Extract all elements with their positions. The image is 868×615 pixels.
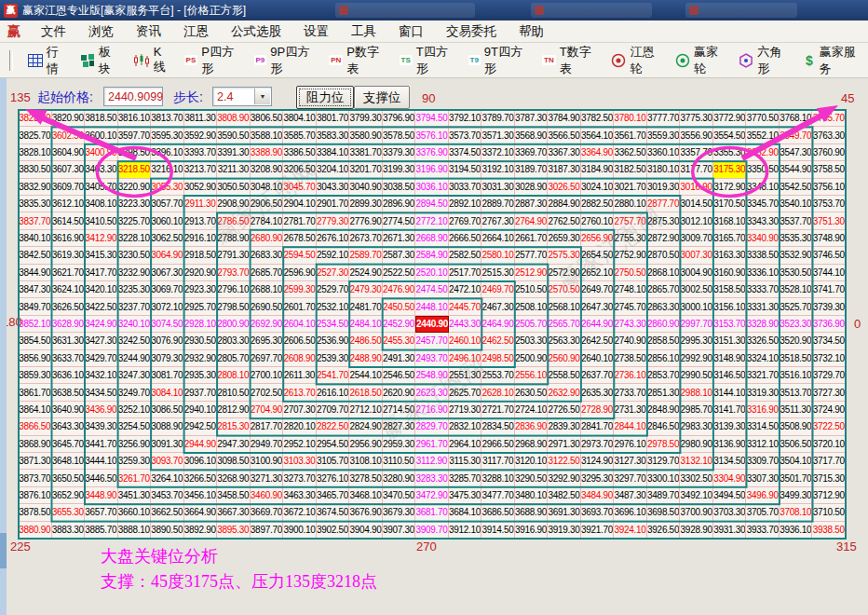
menu-item-3[interactable]: 江恩 (172, 23, 220, 40)
toolbar-item-7[interactable]: T99T四方形 (461, 44, 536, 77)
price-cell: 2601.70 (283, 298, 317, 315)
price-cell: 2500.90 (515, 350, 549, 367)
price-cell: 2786.50 (217, 212, 251, 229)
price-cell: 3168.10 (713, 212, 747, 229)
menu-item-8[interactable]: 交易委托 (435, 23, 508, 40)
menu-item-1[interactable]: 浏览 (77, 23, 125, 40)
price-cell: 3571.30 (481, 127, 515, 144)
price-cell: 3556.90 (680, 127, 713, 144)
price-cell: 3830.50 (19, 161, 52, 178)
toolbar-item-5[interactable]: PNP数字表 (321, 44, 391, 77)
price-cell: 2820.10 (283, 418, 317, 435)
price-cell: 3787.30 (515, 110, 549, 127)
price-cell: 3585.70 (283, 127, 317, 144)
menu-item-2[interactable]: 资讯 (125, 23, 172, 40)
price-cell: 3482.50 (548, 487, 581, 504)
price-cell: 3184.90 (581, 161, 615, 178)
price-cell: 2721.70 (481, 402, 515, 418)
price-cell: 3844.90 (19, 265, 52, 281)
menu-item-7[interactable]: 窗口 (387, 23, 435, 40)
price-cell: 2656.90 (581, 230, 615, 247)
toolbar-item-8[interactable]: TNT数字表 (535, 44, 604, 77)
price-cell: 2805.70 (217, 350, 251, 367)
price-cell: 3648.10 (52, 453, 86, 470)
price-cell: 3756.10 (812, 179, 846, 196)
price-cell: 2443.30 (449, 316, 482, 333)
price-square-grid: 3823.303820.903818.503816.103813.703811.… (19, 110, 846, 539)
step-combobox[interactable]: 2.4 ▼ (212, 87, 272, 106)
price-cell: 3890.50 (151, 522, 184, 539)
price-cell: 2659.30 (548, 230, 581, 247)
price-cell: 2872.90 (647, 230, 681, 247)
price-cell: 3228.10 (118, 230, 152, 247)
price-cell: 2997.70 (680, 316, 713, 333)
left-scrollbar[interactable] (0, 78, 7, 615)
price-cell: 3278.50 (349, 470, 383, 486)
price-cell: 3775.30 (680, 110, 713, 127)
toolbar-item-1[interactable]: 板块 (74, 44, 126, 77)
toolbar-item-9[interactable]: 江恩轮 (604, 44, 667, 77)
menu-item-0[interactable]: 文件 (30, 23, 77, 40)
price-cell: 3355.30 (713, 144, 747, 161)
price-cell: 3331.30 (746, 298, 780, 315)
price-cell: 3000.10 (680, 298, 713, 315)
title-bar: 赢 赢家江恩专业版[赢家服务平台] - [价格正方形] (0, 0, 868, 20)
price-cell: 3420.10 (85, 281, 118, 298)
toolbar-item-0[interactable]: 行情 (20, 44, 74, 77)
price-cell: 2522.50 (383, 265, 416, 281)
price-cell: 3019.30 (647, 179, 681, 196)
toolbar: 行情板块K线PSP四方形P99P四方形PNP数字表TST四方形T99T四方形TN… (0, 43, 868, 78)
price-cell: 3772.90 (713, 110, 747, 127)
price-cell: 3729.70 (812, 367, 846, 384)
price-cell: 2719.30 (449, 402, 482, 418)
price-cell: 3626.50 (52, 298, 86, 315)
price-cell: 2750.50 (614, 265, 647, 281)
toolbar-item-11[interactable]: 六角形 (731, 44, 794, 77)
start-price-input[interactable]: 2440.9099 (103, 87, 163, 106)
price-cell: 3847.30 (19, 281, 52, 298)
price-cell: 3309.70 (746, 453, 780, 470)
combo-dropdown-arrow-icon[interactable]: ▼ (254, 89, 270, 104)
menu-item-9[interactable]: 帮助 (508, 23, 555, 40)
price-cell: 3859.30 (19, 367, 52, 384)
price-cell: 3590.50 (217, 127, 251, 144)
scrollbar-thumb[interactable] (0, 533, 7, 568)
background-tab (685, 3, 797, 18)
price-cell: 3492.10 (680, 487, 713, 504)
price-cell: 2887.30 (515, 196, 549, 212)
price-cell: 2695.30 (251, 333, 284, 349)
price-cell: 3537.70 (780, 212, 813, 229)
resistance-button[interactable]: 阻力位 (296, 86, 354, 109)
toolbar-item-2[interactable]: K线 (126, 45, 177, 75)
price-cell: 3156.10 (713, 298, 747, 315)
price-cell: 3547.30 (780, 144, 813, 161)
menu-item-5[interactable]: 设置 (292, 23, 340, 40)
toolbar-item-4[interactable]: P99P四方形 (247, 44, 322, 77)
price-cell: 3100.90 (251, 453, 284, 470)
price-cell: 2640.10 (581, 350, 615, 367)
price-cell: 3734.50 (812, 333, 846, 349)
toolbar-item-6[interactable]: TST四方形 (392, 44, 461, 77)
menu-item-4[interactable]: 公式选股 (220, 23, 292, 40)
price-cell: 3182.50 (614, 161, 647, 178)
price-cell: 2964.10 (449, 436, 482, 453)
price-cell: 2596.90 (283, 265, 317, 281)
price-cell: 3364.90 (581, 144, 615, 161)
toolbar-item-10[interactable]: 赢家轮 (668, 44, 731, 77)
price-cell: 2791.30 (217, 247, 251, 264)
toolbar-item-12[interactable]: $赢家服务 (795, 44, 868, 77)
menu-item-6[interactable]: 工具 (340, 23, 387, 40)
price-cell: 3403.30 (85, 161, 118, 178)
price-cell: 2841.70 (581, 418, 615, 435)
price-cell: 2851.30 (647, 384, 681, 401)
price-cell: 2839.30 (548, 418, 581, 435)
background-tab (531, 3, 652, 18)
angle-label-270: 270 (416, 540, 437, 554)
price-cell: 3480.10 (515, 487, 549, 504)
support-button[interactable]: 支撑位 (354, 86, 410, 109)
price-cell: 3600.10 (85, 127, 118, 144)
toolbar-item-3[interactable]: PSP四方形 (177, 44, 247, 77)
price-cell: 2580.10 (481, 247, 515, 264)
price-cell: 2776.90 (349, 212, 383, 229)
price-cell: 3211.30 (217, 161, 251, 178)
